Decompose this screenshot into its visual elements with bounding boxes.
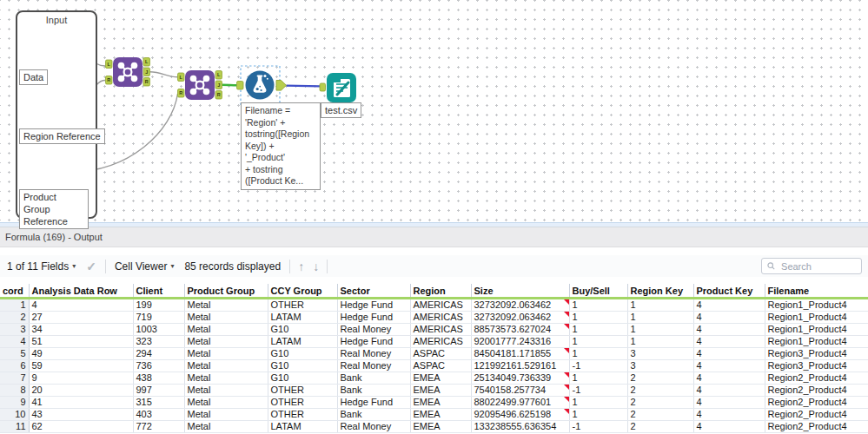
table-cell[interactable]: AMERICAS [410, 336, 471, 348]
column-header[interactable]: Filename [765, 284, 868, 299]
table-cell[interactable]: Metal [184, 421, 268, 433]
table-cell[interactable]: Metal [184, 299, 268, 312]
table-cell[interactable]: G10 [268, 360, 337, 372]
table-cell[interactable]: 4 [693, 312, 765, 324]
table-cell[interactable]: AMERICAS [410, 299, 471, 312]
record-number[interactable]: 10 [0, 409, 29, 421]
table-cell[interactable]: 7540158.257734 [471, 385, 569, 397]
table-cell[interactable]: 736 [133, 360, 184, 372]
table-cell[interactable]: Hedge Fund [337, 299, 410, 312]
table-cell[interactable]: 92001777.243316 [471, 336, 569, 348]
output-anchor[interactable] [276, 81, 287, 91]
table-cell[interactable]: Hedge Fund [337, 312, 410, 324]
table-cell[interactable]: 294 [133, 348, 184, 360]
record-number[interactable]: 6 [0, 360, 29, 372]
table-cell[interactable]: 88022499.977601 [471, 397, 569, 409]
table-cell[interactable]: 4 [693, 348, 765, 360]
table-cell[interactable]: Metal [184, 409, 268, 421]
table-cell[interactable]: -1 [569, 385, 627, 397]
table-cell[interactable]: Region2_Product4 [765, 421, 868, 433]
up-arrow-icon[interactable]: ↑ [294, 260, 308, 273]
table-cell[interactable]: 88573573.627024 [471, 324, 569, 336]
output-data-tool[interactable] [320, 73, 356, 102]
table-cell[interactable]: Region1_Product4 [765, 336, 868, 348]
table-cell[interactable]: -1 [569, 421, 627, 433]
column-header[interactable]: CCY Group [268, 284, 337, 299]
table-cell[interactable]: Metal [184, 360, 268, 372]
table-cell[interactable]: 1 [569, 312, 627, 324]
table-cell[interactable]: 1 [627, 299, 693, 312]
table-cell[interactable]: 4 [693, 324, 765, 336]
table-cell[interactable]: OTHER [268, 299, 337, 312]
table-cell[interactable]: G10 [268, 348, 337, 360]
table-cell[interactable]: 133238555.636354 [471, 421, 569, 433]
table-cell[interactable]: 4 [693, 397, 765, 409]
table-cell[interactable]: EMEA [410, 409, 471, 421]
table-cell[interactable]: 1 [627, 324, 693, 336]
table-cell[interactable]: 323 [133, 336, 184, 348]
table-cell[interactable]: Hedge Fund [337, 336, 410, 348]
table-cell[interactable]: 1 [569, 324, 627, 336]
column-header[interactable]: Region Key [627, 284, 693, 299]
table-cell[interactable]: 1 [627, 312, 693, 324]
input-anchor[interactable] [320, 83, 326, 91]
record-number[interactable]: 11 [0, 421, 29, 433]
column-header[interactable]: Client [133, 284, 184, 299]
table-cell[interactable]: Region2_Product4 [765, 372, 868, 385]
table-cell[interactable]: Metal [184, 385, 268, 397]
table-cell[interactable]: 4 [693, 360, 765, 372]
table-cell[interactable]: 199 [133, 299, 184, 312]
table-cell[interactable]: Region1_Product4 [765, 324, 868, 336]
connection-formula-to-output[interactable] [287, 86, 321, 87]
column-header[interactable]: Size [471, 284, 569, 299]
cell-viewer-dropdown[interactable]: Cell Viewer ▾ [109, 260, 179, 273]
record-number[interactable]: 9 [0, 397, 29, 409]
table-cell[interactable]: 4 [29, 299, 133, 312]
checkmark-icon[interactable]: ✓ [81, 260, 102, 273]
table-cell[interactable]: 62 [29, 421, 133, 433]
table-cell[interactable]: 1 [569, 409, 627, 421]
table-cell[interactable]: ASPAC [410, 348, 471, 360]
table-cell[interactable]: 59 [29, 360, 133, 372]
table-cell[interactable]: Region3_Product4 [765, 348, 868, 360]
table-cell[interactable]: Bank [337, 385, 410, 397]
table-cell[interactable]: 25134049.736339 [471, 372, 569, 385]
table-cell[interactable]: Region3_Product4 [765, 360, 868, 372]
workflow-canvas[interactable]: L R L J R L R L J R [0, 0, 868, 222]
table-cell[interactable]: 2 [627, 397, 693, 409]
table-cell[interactable]: 121992161.529161 [471, 360, 569, 372]
table-cell[interactable]: Metal [184, 397, 268, 409]
formula-annotation[interactable]: Filename = 'Region' + tostring([Region K… [241, 102, 321, 190]
table-cell[interactable]: 997 [133, 385, 184, 397]
record-column-header[interactable]: cord [0, 284, 29, 299]
table-cell[interactable]: Metal [184, 336, 268, 348]
table-cell[interactable]: ASPAC [410, 360, 471, 372]
table-cell[interactable]: 4 [693, 372, 765, 385]
record-number[interactable]: 4 [0, 336, 29, 348]
table-cell[interactable]: 315 [133, 397, 184, 409]
table-cell[interactable]: 2 [627, 409, 693, 421]
table-cell[interactable]: 3 [627, 360, 693, 372]
column-header[interactable]: Product Group [184, 284, 268, 299]
search-box[interactable] [761, 258, 862, 274]
table-cell[interactable]: 4 [693, 409, 765, 421]
table-cell[interactable]: 1 [569, 348, 627, 360]
down-arrow-icon[interactable]: ↓ [308, 260, 323, 273]
table-cell[interactable]: 20 [29, 385, 133, 397]
table-cell[interactable]: Metal [184, 324, 268, 336]
table-cell[interactable]: 4 [693, 336, 765, 348]
input-anchor[interactable] [237, 82, 244, 90]
table-cell[interactable]: 9 [29, 372, 133, 385]
table-cell[interactable]: Metal [184, 312, 268, 324]
table-cell[interactable]: LATAM [268, 421, 337, 433]
table-cell[interactable]: Region1_Product4 [765, 299, 868, 312]
table-cell[interactable]: 2 [627, 421, 693, 433]
table-cell[interactable]: 41 [29, 397, 133, 409]
table-cell[interactable]: 1 [569, 397, 627, 409]
table-cell[interactable]: Real Money [337, 348, 410, 360]
table-cell[interactable]: 51 [29, 336, 133, 348]
table-cell[interactable]: 92095496.625198 [471, 409, 569, 421]
fields-dropdown[interactable]: 1 of 11 Fields ▾ [2, 260, 81, 273]
search-input[interactable] [779, 260, 856, 273]
table-cell[interactable]: Hedge Fund [337, 397, 410, 409]
